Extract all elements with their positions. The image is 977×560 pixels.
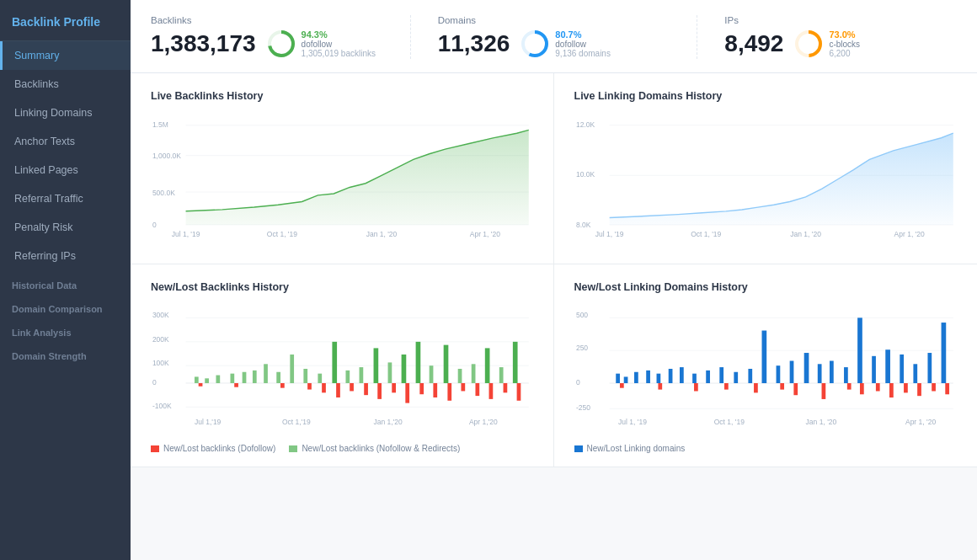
svg-rect-120 bbox=[927, 353, 932, 383]
svg-text:8.0K: 8.0K bbox=[575, 221, 590, 229]
svg-rect-100 bbox=[656, 374, 660, 383]
svg-rect-114 bbox=[844, 367, 848, 383]
svg-rect-98 bbox=[634, 372, 638, 383]
svg-rect-83 bbox=[517, 383, 521, 401]
chart-new-lost-backlinks-title: New/Lost Backlinks History bbox=[151, 281, 533, 293]
svg-rect-61 bbox=[472, 364, 476, 383]
svg-text:Jan 1,'20: Jan 1,'20 bbox=[374, 418, 403, 426]
svg-rect-119 bbox=[913, 364, 917, 383]
svg-rect-110 bbox=[789, 361, 793, 384]
svg-rect-101 bbox=[668, 369, 672, 383]
svg-text:Jul 1,'19: Jul 1,'19 bbox=[195, 418, 222, 426]
sidebar-section-link-analysis[interactable]: Link Analysis bbox=[0, 317, 131, 341]
stat-ips-sub: 6,200 bbox=[829, 49, 860, 58]
sidebar-item-referral-traffic[interactable]: Referral Traffic bbox=[0, 184, 131, 213]
sidebar-section-domain-comparison[interactable]: Domain Comparison bbox=[0, 294, 131, 317]
stat-backlinks-donut-wrap: 94.3% dofollow 1,305,019 backlinks bbox=[266, 29, 376, 59]
legend-dofollow-color bbox=[151, 445, 159, 452]
stat-domains-value: 11,326 bbox=[438, 30, 510, 57]
legend-linking-domains: New/Lost Linking domains bbox=[574, 444, 686, 453]
svg-rect-42 bbox=[216, 376, 220, 383]
svg-rect-56 bbox=[402, 355, 407, 383]
sidebar-item-linking-domains[interactable]: Linking Domains bbox=[0, 99, 131, 127]
stat-ips-desc: c-blocks bbox=[829, 40, 860, 49]
chart-live-backlinks-svg-wrap: 1.5M 1,000.0K 500.0K 0 bbox=[151, 112, 533, 250]
legend-nofollow-color bbox=[289, 445, 297, 452]
stat-domains-donut bbox=[520, 29, 550, 59]
sidebar-item-backlinks[interactable]: Backlinks bbox=[0, 70, 131, 99]
svg-rect-55 bbox=[388, 362, 392, 383]
svg-rect-136 bbox=[932, 383, 936, 391]
svg-text:Jul 1, '19: Jul 1, '19 bbox=[595, 230, 623, 238]
svg-text:-100K: -100K bbox=[152, 402, 172, 410]
svg-rect-68 bbox=[307, 383, 312, 390]
stat-backlinks-percent: 94.3% bbox=[302, 29, 376, 40]
legend-linking-domains-color bbox=[574, 445, 583, 452]
svg-rect-124 bbox=[694, 383, 698, 391]
sidebar-item-penalty-risk[interactable]: Penalty Risk bbox=[0, 213, 131, 242]
svg-rect-73 bbox=[377, 383, 382, 399]
stat-ips-donut bbox=[793, 29, 824, 59]
svg-rect-81 bbox=[489, 383, 494, 399]
stat-backlinks-label: Backlinks bbox=[151, 15, 383, 25]
svg-text:300K: 300K bbox=[152, 312, 169, 320]
chart-new-lost-backlinks: New/Lost Backlinks History 300K 200K 100… bbox=[131, 264, 554, 467]
svg-rect-58 bbox=[430, 365, 434, 383]
live-domains-chart: 12.0K 10.0K 8.0K Jul 1, '19 bbox=[574, 112, 958, 247]
svg-rect-57 bbox=[416, 342, 421, 383]
charts-grid: Live Backlinks History 1.5M 1,000.0K 500… bbox=[131, 73, 977, 467]
svg-rect-113 bbox=[830, 361, 834, 384]
live-backlinks-chart: 1.5M 1,000.0K 500.0K 0 bbox=[151, 112, 533, 247]
stat-ips-label: IPs bbox=[724, 15, 957, 25]
sidebar-item-referring-ips[interactable]: Referring IPs bbox=[0, 242, 131, 270]
svg-rect-131 bbox=[859, 383, 863, 394]
svg-text:Oct 1, '19: Oct 1, '19 bbox=[713, 418, 744, 426]
svg-rect-70 bbox=[336, 383, 340, 397]
stat-ips: IPs 8,492 73.0% c-blocks 6,200 bbox=[724, 15, 957, 59]
stat-backlinks-desc: dofollow bbox=[302, 40, 376, 49]
sidebar-item-anchor-texts[interactable]: Anchor Texts bbox=[0, 127, 131, 156]
svg-text:0: 0 bbox=[575, 378, 579, 387]
svg-rect-96 bbox=[616, 374, 620, 383]
legend-nofollow-label: New/Lost backlinks (Nofollow & Redirects… bbox=[302, 444, 460, 453]
legend-nofollow: New/Lost backlinks (Nofollow & Redirects… bbox=[289, 444, 460, 453]
svg-text:Jul 1, '19: Jul 1, '19 bbox=[618, 418, 647, 426]
svg-text:1,000.0K: 1,000.0K bbox=[152, 152, 181, 160]
new-lost-backlinks-legend: New/Lost backlinks (Dofollow) New/Lost b… bbox=[151, 444, 533, 453]
stat-backlinks: Backlinks 1,383,173 94.3% dofollow 1,305… bbox=[151, 15, 411, 59]
svg-text:Oct 1, '19: Oct 1, '19 bbox=[691, 230, 721, 238]
sidebar-section-domain-strength[interactable]: Domain Strength bbox=[0, 341, 131, 365]
new-lost-domains-legend: New/Lost Linking domains bbox=[574, 444, 958, 453]
svg-rect-123 bbox=[658, 383, 662, 390]
svg-rect-46 bbox=[264, 364, 268, 383]
chart-live-domains-title: Live Linking Domains History bbox=[574, 90, 958, 102]
sidebar-item-summary[interactable]: Summary bbox=[0, 41, 131, 70]
svg-rect-45 bbox=[253, 371, 257, 383]
svg-text:100K: 100K bbox=[152, 359, 169, 367]
sidebar-item-linked-pages[interactable]: Linked Pages bbox=[0, 156, 131, 184]
stat-domains: Domains 11,326 80.7% dofollow 9,136 doma… bbox=[438, 15, 698, 59]
chart-new-lost-domains-title: New/Lost Linking Domains History bbox=[574, 281, 958, 293]
svg-rect-116 bbox=[872, 356, 876, 383]
chart-live-domains: Live Linking Domains History 12.0K 10.0K… bbox=[554, 73, 978, 264]
svg-marker-14 bbox=[186, 130, 529, 224]
legend-dofollow-label: New/Lost backlinks (Dofollow) bbox=[163, 444, 275, 453]
chart-live-domains-svg-wrap: 12.0K 10.0K 8.0K Jul 1, '19 bbox=[574, 112, 958, 250]
svg-text:500: 500 bbox=[575, 311, 587, 319]
stat-domains-sub: 9,136 domains bbox=[555, 49, 611, 58]
svg-rect-53 bbox=[360, 367, 364, 383]
svg-text:10.0K: 10.0K bbox=[575, 170, 595, 179]
stat-ips-donut-wrap: 73.0% c-blocks 6,200 bbox=[793, 29, 860, 59]
svg-rect-48 bbox=[290, 355, 294, 383]
svg-text:250: 250 bbox=[575, 344, 587, 352]
svg-rect-115 bbox=[857, 317, 862, 383]
svg-text:Apr 1,'20: Apr 1,'20 bbox=[469, 418, 498, 426]
sidebar-section-historical[interactable]: Historical Data bbox=[0, 270, 131, 294]
svg-text:1.5M: 1.5M bbox=[152, 120, 168, 129]
svg-rect-127 bbox=[780, 383, 784, 390]
svg-rect-102 bbox=[679, 367, 683, 383]
svg-rect-40 bbox=[195, 376, 199, 383]
svg-rect-47 bbox=[276, 372, 280, 383]
svg-rect-118 bbox=[900, 355, 904, 383]
svg-rect-52 bbox=[345, 371, 350, 383]
